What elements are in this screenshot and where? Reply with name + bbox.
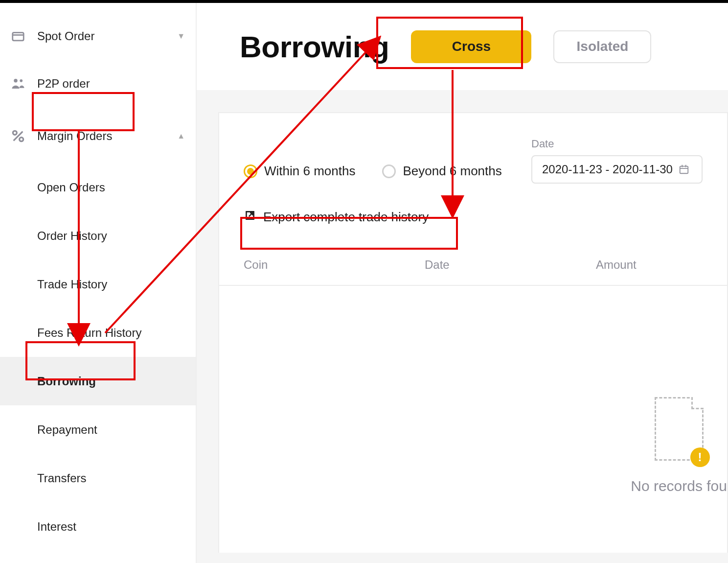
svg-point-3	[13, 131, 17, 135]
external-link-icon	[244, 209, 256, 225]
filter-row: Within 6 months Beyond 6 months Date 202…	[219, 113, 727, 184]
sidebar: Spot Order ▼ P2P order Margin Orders ▲ O…	[0, 3, 197, 563]
date-filter-label: Date	[531, 138, 703, 150]
content-zone: Within 6 months Beyond 6 months Date 202…	[197, 90, 728, 563]
radio-label: Beyond 6 months	[403, 164, 501, 179]
radio-beyond-6-months[interactable]: Beyond 6 months	[382, 164, 501, 184]
percent-icon	[10, 128, 26, 144]
date-range-field[interactable]: 2020-11-23 - 2020-11-30	[531, 155, 703, 184]
empty-state-text: No records fou	[631, 478, 727, 494]
calendar-icon	[679, 164, 689, 175]
radio-label: Within 6 months	[264, 164, 355, 179]
svg-rect-5	[680, 166, 688, 174]
sidebar-item-label: Interest	[37, 520, 76, 534]
sidebar-sub-fees-return-history[interactable]: Fees Return History	[0, 308, 196, 357]
tab-label: Isolated	[577, 39, 629, 54]
sidebar-item-spot-order[interactable]: Spot Order ▼	[0, 14, 196, 58]
sidebar-item-p2p-order[interactable]: P2P order	[0, 58, 196, 109]
tab-isolated[interactable]: Isolated	[553, 30, 651, 63]
page-header: Borrowing Cross Isolated	[197, 3, 728, 90]
page-title: Borrowing	[240, 29, 389, 64]
sidebar-item-label: Trade History	[37, 278, 107, 291]
panel: Within 6 months Beyond 6 months Date 202…	[218, 112, 728, 553]
chevron-down-icon: ▼	[177, 32, 185, 41]
wallet-icon	[10, 28, 26, 45]
sidebar-item-label: P2P order	[37, 77, 185, 91]
export-trade-history-link[interactable]: Export complete trade history	[219, 184, 727, 225]
sidebar-sub-margin-calls[interactable]: Margin Calls	[0, 551, 196, 563]
sidebar-sub-borrowing[interactable]: Borrowing	[0, 357, 196, 405]
sidebar-item-label: Transfers	[37, 471, 86, 485]
sidebar-item-label: Repayment	[37, 423, 97, 437]
sidebar-sub-order-history[interactable]: Order History	[0, 211, 196, 260]
sidebar-item-label: Open Orders	[37, 181, 105, 194]
warning-badge-icon: !	[690, 447, 710, 467]
chevron-up-icon: ▲	[177, 132, 185, 141]
sidebar-item-label: Fees Return History	[37, 326, 141, 340]
export-label: Export complete trade history	[263, 210, 429, 225]
svg-point-2	[20, 79, 23, 82]
svg-point-4	[20, 138, 23, 141]
radio-icon	[382, 164, 396, 178]
date-range-value: 2020-11-23 - 2020-11-30	[542, 163, 673, 176]
sidebar-sub-trade-history[interactable]: Trade History	[0, 260, 196, 308]
radio-within-6-months[interactable]: Within 6 months	[244, 164, 355, 184]
sidebar-item-label: Borrowing	[37, 375, 96, 388]
sidebar-item-label: Margin Orders	[37, 129, 166, 143]
sidebar-item-label: Spot Order	[37, 29, 166, 43]
radio-icon	[244, 164, 257, 178]
svg-rect-0	[13, 32, 24, 40]
tab-label: Cross	[452, 39, 491, 54]
col-coin-header: Coin	[244, 258, 425, 272]
col-date-header: Date	[425, 258, 596, 272]
tab-cross[interactable]: Cross	[411, 30, 531, 63]
date-filter: Date 2020-11-23 - 2020-11-30	[531, 138, 703, 184]
sidebar-sub-repayment[interactable]: Repayment	[0, 405, 196, 454]
svg-point-1	[14, 79, 18, 83]
empty-file-icon: !	[655, 397, 704, 461]
sidebar-sub-interest[interactable]: Interest	[0, 502, 196, 551]
col-amount-header: Amount	[596, 258, 727, 272]
main-content: Borrowing Cross Isolated Within 6 months…	[197, 3, 728, 563]
table-header: Coin Date Amount	[219, 245, 727, 286]
empty-state: ! No records fou	[631, 397, 727, 494]
people-icon	[10, 75, 26, 92]
sidebar-sub-transfers[interactable]: Transfers	[0, 454, 196, 502]
sidebar-sub-open-orders[interactable]: Open Orders	[0, 163, 196, 211]
sidebar-item-label: Order History	[37, 229, 107, 243]
sidebar-item-margin-orders[interactable]: Margin Orders ▲	[0, 109, 196, 163]
